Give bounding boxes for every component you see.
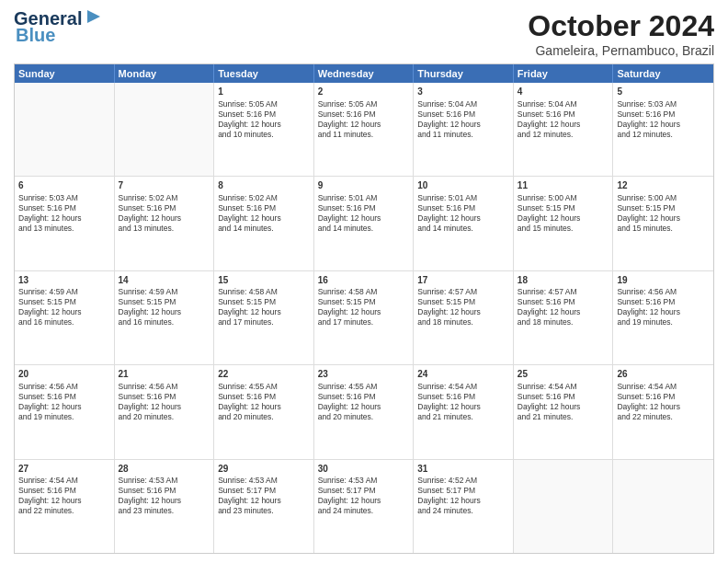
calendar-body: 1Sunrise: 5:05 AM Sunset: 5:16 PM Daylig… xyxy=(15,83,713,553)
calendar-header: SundayMondayTuesdayWednesdayThursdayFrid… xyxy=(15,64,713,83)
day-number: 6 xyxy=(18,179,110,192)
cell-info: Sunrise: 5:02 AM Sunset: 5:16 PM Dayligh… xyxy=(119,193,210,234)
day-number: 7 xyxy=(119,179,210,192)
day-number: 2 xyxy=(318,86,410,98)
cell-info: Sunrise: 5:05 AM Sunset: 5:16 PM Dayligh… xyxy=(218,99,310,140)
cell-info: Sunrise: 5:00 AM Sunset: 5:15 PM Dayligh… xyxy=(617,193,710,234)
title-block: October 2024 Gameleira, Pernambuco, Braz… xyxy=(528,9,714,58)
cell-info: Sunrise: 5:05 AM Sunset: 5:16 PM Dayligh… xyxy=(318,99,410,140)
cell-info: Sunrise: 4:54 AM Sunset: 5:16 PM Dayligh… xyxy=(417,382,509,422)
cal-cell: 9Sunrise: 5:01 AM Sunset: 5:16 PM Daylig… xyxy=(314,177,415,270)
cell-info: Sunrise: 4:56 AM Sunset: 5:16 PM Dayligh… xyxy=(617,287,710,327)
cell-info: Sunrise: 4:57 AM Sunset: 5:16 PM Dayligh… xyxy=(518,287,609,327)
day-number: 31 xyxy=(417,463,509,476)
day-number: 17 xyxy=(417,274,509,287)
day-number: 3 xyxy=(417,86,509,98)
cell-info: Sunrise: 5:03 AM Sunset: 5:16 PM Dayligh… xyxy=(18,193,110,234)
logo-arrow-icon xyxy=(84,6,104,27)
cal-row: 27Sunrise: 4:54 AM Sunset: 5:16 PM Dayli… xyxy=(15,459,713,553)
day-number: 25 xyxy=(518,368,609,381)
cell-info: Sunrise: 4:52 AM Sunset: 5:17 PM Dayligh… xyxy=(417,476,509,516)
day-number: 21 xyxy=(119,368,210,381)
cal-cell: 14Sunrise: 4:59 AM Sunset: 5:15 PM Dayli… xyxy=(115,271,215,364)
cal-cell: 25Sunrise: 4:54 AM Sunset: 5:16 PM Dayli… xyxy=(514,365,614,458)
day-number: 10 xyxy=(417,179,509,192)
cell-info: Sunrise: 4:54 AM Sunset: 5:16 PM Dayligh… xyxy=(617,382,710,422)
cal-row: 20Sunrise: 4:56 AM Sunset: 5:16 PM Dayli… xyxy=(15,364,713,458)
header: General Blue October 2024 Gameleira, Per… xyxy=(14,9,714,58)
cal-cell: 18Sunrise: 4:57 AM Sunset: 5:16 PM Dayli… xyxy=(514,271,614,364)
cell-info: Sunrise: 4:53 AM Sunset: 5:17 PM Dayligh… xyxy=(218,476,310,516)
cal-cell xyxy=(115,83,215,176)
logo-blue-text: Blue xyxy=(16,26,55,44)
cal-cell: 8Sunrise: 5:02 AM Sunset: 5:16 PM Daylig… xyxy=(214,177,314,270)
subtitle: Gameleira, Pernambuco, Brazil xyxy=(528,43,714,58)
cell-info: Sunrise: 5:01 AM Sunset: 5:16 PM Dayligh… xyxy=(417,193,509,234)
day-number: 4 xyxy=(518,86,609,98)
cal-cell: 27Sunrise: 4:54 AM Sunset: 5:16 PM Dayli… xyxy=(15,460,115,553)
cell-info: Sunrise: 4:54 AM Sunset: 5:16 PM Dayligh… xyxy=(18,476,110,516)
cell-info: Sunrise: 4:53 AM Sunset: 5:17 PM Dayligh… xyxy=(318,476,410,516)
cal-cell: 1Sunrise: 5:05 AM Sunset: 5:16 PM Daylig… xyxy=(214,83,314,176)
cal-header-day: Monday xyxy=(115,64,215,83)
day-number: 18 xyxy=(518,274,609,287)
cell-info: Sunrise: 4:58 AM Sunset: 5:15 PM Dayligh… xyxy=(218,287,310,327)
cal-cell: 30Sunrise: 4:53 AM Sunset: 5:17 PM Dayli… xyxy=(314,460,415,553)
cell-info: Sunrise: 5:04 AM Sunset: 5:16 PM Dayligh… xyxy=(417,99,509,140)
day-number: 13 xyxy=(18,274,110,287)
cal-cell: 13Sunrise: 4:59 AM Sunset: 5:15 PM Dayli… xyxy=(15,271,115,364)
cal-cell: 19Sunrise: 4:56 AM Sunset: 5:16 PM Dayli… xyxy=(613,271,713,364)
cal-cell: 4Sunrise: 5:04 AM Sunset: 5:16 PM Daylig… xyxy=(514,83,614,176)
cell-info: Sunrise: 5:00 AM Sunset: 5:15 PM Dayligh… xyxy=(518,193,609,234)
day-number: 23 xyxy=(318,368,410,381)
day-number: 15 xyxy=(218,274,310,287)
cal-cell: 24Sunrise: 4:54 AM Sunset: 5:16 PM Dayli… xyxy=(414,365,514,458)
cal-header-day: Wednesday xyxy=(314,64,415,83)
cal-cell: 7Sunrise: 5:02 AM Sunset: 5:16 PM Daylig… xyxy=(115,177,215,270)
day-number: 19 xyxy=(617,274,710,287)
day-number: 24 xyxy=(417,368,509,381)
day-number: 14 xyxy=(119,274,210,287)
calendar: SundayMondayTuesdayWednesdayThursdayFrid… xyxy=(14,63,714,554)
cal-cell xyxy=(514,460,614,553)
cell-info: Sunrise: 5:03 AM Sunset: 5:16 PM Dayligh… xyxy=(617,99,710,140)
day-number: 29 xyxy=(218,463,310,476)
cal-row: 6Sunrise: 5:03 AM Sunset: 5:16 PM Daylig… xyxy=(15,176,713,270)
cell-info: Sunrise: 5:01 AM Sunset: 5:16 PM Dayligh… xyxy=(318,193,410,234)
cal-cell xyxy=(613,460,713,553)
day-number: 9 xyxy=(318,179,410,192)
cal-header-day: Saturday xyxy=(613,64,713,83)
day-number: 16 xyxy=(318,274,410,287)
cell-info: Sunrise: 4:59 AM Sunset: 5:15 PM Dayligh… xyxy=(18,287,110,327)
cal-header-day: Friday xyxy=(514,64,614,83)
cal-header-day: Thursday xyxy=(414,64,514,83)
cell-info: Sunrise: 4:55 AM Sunset: 5:16 PM Dayligh… xyxy=(318,382,410,422)
cal-cell: 29Sunrise: 4:53 AM Sunset: 5:17 PM Dayli… xyxy=(214,460,314,553)
cell-info: Sunrise: 4:57 AM Sunset: 5:15 PM Dayligh… xyxy=(417,287,509,327)
day-number: 22 xyxy=(218,368,310,381)
cal-row: 1Sunrise: 5:05 AM Sunset: 5:16 PM Daylig… xyxy=(15,83,713,176)
logo: General Blue xyxy=(14,9,104,44)
main-title: October 2024 xyxy=(528,9,714,43)
day-number: 8 xyxy=(218,179,310,192)
cell-info: Sunrise: 5:04 AM Sunset: 5:16 PM Dayligh… xyxy=(518,99,609,140)
cal-cell: 17Sunrise: 4:57 AM Sunset: 5:15 PM Dayli… xyxy=(414,271,514,364)
cal-cell: 2Sunrise: 5:05 AM Sunset: 5:16 PM Daylig… xyxy=(314,83,415,176)
cal-cell: 6Sunrise: 5:03 AM Sunset: 5:16 PM Daylig… xyxy=(15,177,115,270)
day-number: 12 xyxy=(617,179,710,192)
cell-info: Sunrise: 4:55 AM Sunset: 5:16 PM Dayligh… xyxy=(218,382,310,422)
cal-header-day: Sunday xyxy=(15,64,115,83)
cell-info: Sunrise: 4:54 AM Sunset: 5:16 PM Dayligh… xyxy=(518,382,609,422)
cal-cell: 10Sunrise: 5:01 AM Sunset: 5:16 PM Dayli… xyxy=(414,177,514,270)
cal-cell: 28Sunrise: 4:53 AM Sunset: 5:16 PM Dayli… xyxy=(115,460,215,553)
day-number: 27 xyxy=(18,463,110,476)
svg-marker-0 xyxy=(87,10,100,23)
cal-cell: 21Sunrise: 4:56 AM Sunset: 5:16 PM Dayli… xyxy=(115,365,215,458)
cal-cell: 26Sunrise: 4:54 AM Sunset: 5:16 PM Dayli… xyxy=(613,365,713,458)
cell-info: Sunrise: 4:56 AM Sunset: 5:16 PM Dayligh… xyxy=(119,382,210,422)
day-number: 11 xyxy=(518,179,609,192)
day-number: 26 xyxy=(617,368,710,381)
cell-info: Sunrise: 4:53 AM Sunset: 5:16 PM Dayligh… xyxy=(119,476,210,516)
day-number: 30 xyxy=(318,463,410,476)
page: General Blue October 2024 Gameleira, Per… xyxy=(0,0,728,563)
